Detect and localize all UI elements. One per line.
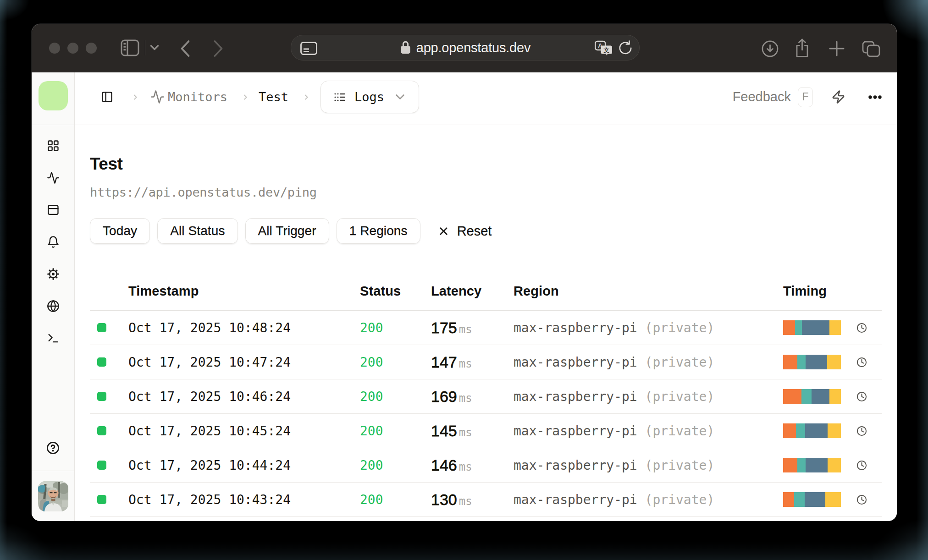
clock-icon[interactable] (856, 460, 867, 471)
timing-segment-ttfb (827, 355, 841, 369)
chevron-down-icon (395, 94, 405, 100)
log-timestamp: Oct 17, 2025 10:45:24 (128, 423, 360, 439)
user-avatar[interactable] (38, 481, 68, 511)
timing-segment-tls (806, 458, 828, 472)
log-region: max-raspberry-pi (private) (514, 492, 783, 507)
clock-icon[interactable] (856, 494, 867, 505)
breadcrumb-monitor-name[interactable]: Test (259, 90, 288, 104)
tab-overview-icon[interactable] (862, 40, 880, 57)
column-header-status: Status (360, 284, 431, 299)
main-column: Monitors Test Logs Feedback (75, 72, 897, 521)
log-row[interactable]: Oct 17, 2025 10:47:24 200 147 ms max-ras… (90, 345, 882, 379)
share-icon[interactable] (795, 38, 810, 58)
status-ok-dot (97, 426, 106, 435)
page-content: Test https://api.openstatus.dev/ping Tod… (75, 125, 897, 521)
timing-segment-connect (797, 458, 806, 472)
chevron-right-icon (132, 93, 139, 101)
log-status-code: 200 (360, 423, 431, 439)
page-settings-icon[interactable] (300, 42, 317, 55)
log-row[interactable]: Oct 17, 2025 10:43:24 200 130 ms max-ras… (90, 483, 882, 517)
url-display: app.openstatus.dev (291, 40, 639, 55)
timing-segment-dns (783, 389, 801, 404)
sidebar-item-status-pages-icon[interactable] (47, 203, 60, 216)
log-row[interactable]: Oct 17, 2025 10:44:24 200 146 ms max-ras… (90, 448, 882, 483)
log-latency-value: 145 (431, 422, 457, 440)
feedback-button[interactable]: Feedback (733, 89, 791, 104)
timing-bar (783, 389, 841, 404)
timing-segment-dns (783, 423, 796, 438)
timing-segment-connect (795, 320, 801, 335)
log-status-code: 200 (360, 458, 431, 473)
filter-button-1-regions[interactable]: 1 Regions (337, 218, 420, 244)
log-latency-unit: ms (459, 392, 472, 405)
feedback-kbd-badge: F (798, 87, 813, 107)
sidebar-item-dashboard-icon[interactable] (47, 139, 60, 152)
new-tab-icon[interactable] (829, 40, 845, 57)
sidebar-item-domains-icon[interactable] (47, 300, 60, 313)
panel-left-toggle-icon[interactable] (101, 91, 113, 103)
chevron-right-icon (303, 93, 310, 101)
column-header-timing: Timing (783, 284, 882, 299)
log-region-visibility: (private) (645, 355, 715, 370)
status-ok-dot (97, 461, 106, 470)
timing-bar (783, 458, 841, 472)
log-row[interactable]: Oct 17, 2025 10:45:24 200 145 ms max-ras… (90, 414, 882, 448)
log-region-visibility: (private) (645, 492, 715, 507)
view-selector-button[interactable]: Logs (320, 81, 419, 113)
activity-icon (150, 90, 165, 104)
address-bar[interactable]: app.openstatus.dev A 文 (291, 35, 640, 60)
sidebar-item-settings-icon[interactable] (47, 268, 60, 280)
page-header: Monitors Test Logs Feedback (75, 72, 897, 125)
clock-icon[interactable] (856, 391, 867, 402)
reload-icon[interactable] (618, 40, 633, 55)
sidebar-menu-chevron-icon[interactable] (150, 44, 159, 51)
log-status-code: 200 (360, 355, 431, 370)
reset-filters-button[interactable]: Reset (437, 224, 492, 239)
timing-bar (783, 355, 841, 369)
downloads-icon[interactable] (762, 40, 779, 57)
zap-icon[interactable] (831, 90, 845, 104)
log-latency-value: 147 (431, 353, 457, 371)
status-ok-dot (97, 357, 106, 367)
log-timestamp: Oct 17, 2025 10:47:24 (128, 355, 360, 370)
log-region: max-raspberry-pi (private) (514, 320, 783, 335)
workspace-avatar[interactable] (39, 81, 68, 110)
clock-icon[interactable] (856, 426, 867, 436)
clock-icon[interactable] (856, 323, 867, 333)
browser-sidebar-toggle-icon[interactable] (121, 39, 139, 56)
timing-segment-dns (783, 355, 797, 369)
timing-segment-dns (783, 320, 795, 335)
log-row[interactable]: Oct 17, 2025 10:46:24 200 169 ms max-ras… (90, 379, 882, 414)
minimize-button[interactable] (67, 43, 78, 54)
log-row[interactable]: Oct 17, 2025 10:48:24 200 175 ms max-ras… (90, 311, 882, 345)
page-title: Test (90, 155, 882, 173)
timing-bar (783, 423, 841, 438)
back-button-icon[interactable] (180, 40, 190, 57)
lock-icon (400, 40, 411, 55)
zoom-button[interactable] (86, 43, 97, 54)
user-cell (32, 471, 74, 521)
filter-button-today[interactable]: Today (90, 218, 150, 244)
log-timestamp: Oct 17, 2025 10:48:24 (128, 320, 360, 335)
translate-icon[interactable]: A 文 (595, 40, 612, 56)
sidebar-item-cli-icon[interactable] (47, 332, 60, 345)
log-timestamp: Oct 17, 2025 10:43:24 (128, 492, 360, 507)
clock-icon[interactable] (856, 357, 867, 368)
log-status-code: 200 (360, 492, 431, 507)
close-button[interactable] (49, 43, 60, 54)
status-ok-dot (97, 392, 106, 401)
log-status-code: 200 (360, 320, 431, 335)
breadcrumb-monitors[interactable]: Monitors (168, 90, 227, 104)
filter-button-all-status[interactable]: All Status (157, 218, 238, 244)
sidebar-item-notifications-icon[interactable] (47, 236, 60, 248)
more-menu-icon[interactable] (868, 95, 882, 99)
forward-button-icon[interactable] (213, 40, 223, 57)
header-actions: Feedback F (733, 87, 882, 107)
svg-text:文: 文 (603, 46, 609, 53)
sidebar-item-monitors-icon[interactable] (47, 171, 60, 184)
filter-button-all-trigger[interactable]: All Trigger (245, 218, 329, 244)
log-latency-value: 175 (431, 319, 457, 337)
log-region-visibility: (private) (645, 320, 715, 335)
column-header-region: Region (514, 284, 783, 299)
help-icon[interactable] (46, 441, 60, 455)
